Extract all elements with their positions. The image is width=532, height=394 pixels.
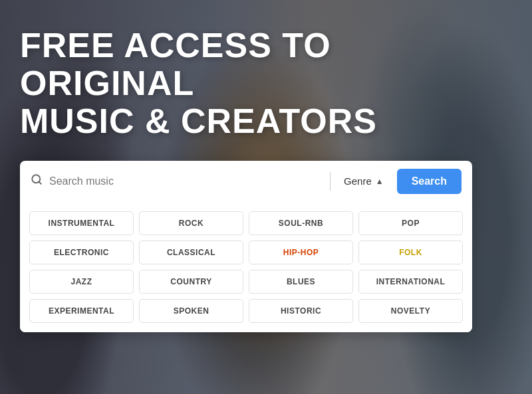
genre-tag[interactable]: EXPERIMENTAL: [29, 299, 134, 323]
search-panel: Genre ▲ Search INSTRUMENTALROCKSOUL-RNBP…: [20, 161, 472, 332]
genre-tag[interactable]: NOVELTY: [358, 299, 463, 323]
genre-tag[interactable]: JAZZ: [29, 270, 134, 294]
genre-tag[interactable]: COUNTRY: [139, 270, 243, 294]
main-content: FREE ACCESS TO ORIGINAL MUSIC & CREATORS…: [0, 0, 532, 394]
genre-tag[interactable]: BLUES: [249, 270, 353, 294]
genre-tag[interactable]: SPOKEN: [139, 299, 243, 323]
genre-tag[interactable]: ELECTRONIC: [29, 241, 134, 264]
search-icon: [31, 173, 43, 189]
search-input[interactable]: [49, 175, 323, 187]
genre-tag[interactable]: HISTORIC: [249, 299, 353, 323]
search-button[interactable]: Search: [397, 169, 462, 194]
hero-title: FREE ACCESS TO ORIGINAL MUSIC & CREATORS: [20, 27, 459, 141]
hero-title-line2: MUSIC & CREATORS: [20, 102, 377, 140]
genre-tag[interactable]: INTERNATIONAL: [358, 270, 463, 294]
genre-label: Genre: [344, 175, 372, 187]
svg-line-1: [39, 182, 41, 184]
genre-tag[interactable]: SOUL-RNB: [249, 211, 353, 235]
genre-tag[interactable]: INSTRUMENTAL: [29, 211, 134, 235]
genre-dropdown[interactable]: Genre ▲: [337, 173, 390, 189]
genre-tag[interactable]: FOLK: [358, 241, 463, 264]
genre-grid: INSTRUMENTALROCKSOUL-RNBPOPELECTRONICCLA…: [20, 202, 472, 332]
search-bar: Genre ▲ Search: [20, 161, 472, 202]
genre-tag[interactable]: CLASSICAL: [139, 241, 243, 264]
search-divider: [330, 172, 331, 191]
hero-title-line1: FREE ACCESS TO ORIGINAL: [20, 26, 331, 102]
chevron-up-icon: ▲: [376, 177, 384, 186]
genre-tag[interactable]: POP: [358, 211, 463, 235]
genre-tag[interactable]: ROCK: [139, 211, 243, 235]
genre-tag[interactable]: HIP-HOP: [249, 241, 353, 264]
